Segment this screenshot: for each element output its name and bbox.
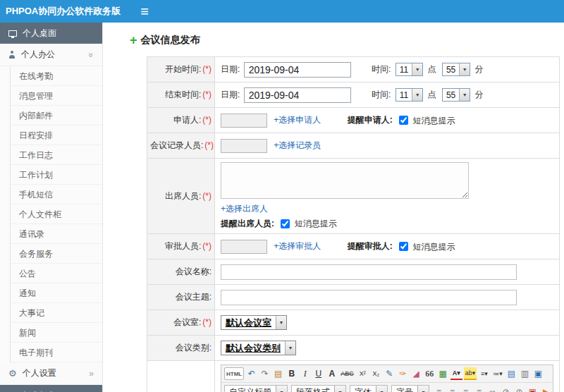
time-label: 时间:: [372, 90, 391, 99]
underline-icon[interactable]: U: [312, 367, 324, 380]
sidebar-item[interactable]: 电子期刊: [11, 343, 102, 362]
sidebar-item-desktop[interactable]: 个人桌面: [0, 23, 102, 44]
required-mark: (*): [202, 90, 212, 99]
field-value-cell: +选择出席人 提醒出席人员: 短消息提示: [215, 159, 560, 234]
editor-format-select[interactable]: 段落格式▼: [291, 385, 346, 392]
add-icon: +: [130, 34, 137, 47]
editor-format-select[interactable]: 自定义标题▼: [224, 385, 288, 392]
applicant-sms-checkbox[interactable]: [399, 116, 408, 125]
date-label: 日期:: [221, 90, 240, 99]
end-date-input[interactable]: [244, 87, 351, 103]
quote-icon[interactable]: 66: [424, 367, 436, 380]
attendees-textarea[interactable]: [221, 162, 469, 199]
brush-icon[interactable]: ✑: [397, 367, 409, 380]
sidebar-item[interactable]: 工作日志: [11, 145, 102, 165]
page-title: + 会议信息发布: [130, 34, 564, 47]
undo-icon[interactable]: ↶: [245, 367, 257, 380]
choose-attendee-link[interactable]: +选择出席人: [221, 204, 268, 214]
approver-sms-checkbox[interactable]: [399, 242, 408, 251]
end-hour-select[interactable]: 11▼: [396, 88, 423, 102]
paste-text-icon[interactable]: ▥: [519, 367, 531, 380]
editor-format-select[interactable]: 字号▼: [391, 385, 429, 392]
field-label: 审批人员:: [165, 241, 201, 251]
subscript-icon[interactable]: X₂: [370, 367, 382, 380]
end-minute-select[interactable]: 55▼: [442, 88, 470, 102]
insert-image-icon[interactable]: ▣: [532, 367, 544, 380]
choose-applicant-link[interactable]: +选择申请人: [274, 115, 321, 125]
minute-unit: 分: [475, 90, 484, 99]
sidebar-item[interactable]: 内部邮件: [11, 106, 102, 125]
eraser-icon[interactable]: ◢: [410, 367, 422, 380]
remind-attendee-label: 提醒出席人员:: [221, 219, 274, 228]
media-icon[interactable]: ▶: [540, 386, 552, 392]
sidebar-item[interactable]: 消息管理: [11, 86, 102, 106]
required-mark: (*): [202, 191, 212, 201]
recorder-input[interactable]: [221, 139, 267, 153]
approver-input[interactable]: [221, 240, 267, 254]
sidebar-item[interactable]: 日程安排: [11, 125, 102, 145]
dropdown-arrow-icon: ▼: [412, 89, 422, 101]
redo-icon[interactable]: ↷: [259, 367, 271, 380]
bg-color-icon[interactable]: ab▾: [464, 367, 477, 380]
sidebar-item[interactable]: 公告: [11, 264, 102, 283]
sidebar-item-settings[interactable]: ⚙ 个人设置 »: [0, 362, 102, 385]
start-minute-select[interactable]: 55▼: [442, 63, 470, 76]
dropdown-arrow-icon: ▼: [412, 63, 422, 75]
meeting-form: 开始时间:(*) 日期: 时间: 11▼ 点 55▼ 分 结束时间:(*): [147, 56, 560, 392]
field-label: 会议记录人员:: [150, 140, 203, 150]
paste-word-icon[interactable]: ▤: [505, 367, 517, 380]
sidebar-item[interactable]: 新闻: [11, 323, 102, 343]
sidebar-item-label: 个人桌面: [23, 27, 56, 39]
editor-format-select[interactable]: 字体▼: [350, 385, 388, 392]
template-icon[interactable]: ▦: [437, 367, 449, 380]
font-style-icon[interactable]: A: [326, 367, 338, 380]
anchor-icon[interactable]: ⊕: [513, 386, 525, 392]
sidebar-item[interactable]: 手机短信: [11, 185, 102, 204]
dropdown-arrow-icon: ▼: [276, 386, 287, 392]
italic-icon[interactable]: I: [299, 367, 311, 380]
sidebar-item-supervision[interactable]: ◎ 督查督办 »: [0, 385, 102, 392]
font-color-icon[interactable]: A▾: [450, 367, 462, 380]
applicant-input[interactable]: [221, 114, 267, 128]
sidebar-office-list: 在线考勤 消息管理 内部邮件 日程安排 工作日志 工作计划 手机短信 个人文件柜…: [10, 66, 102, 362]
align-center-icon[interactable]: ≡: [446, 386, 458, 392]
required-mark: (*): [204, 140, 214, 150]
align-justify-icon[interactable]: ≡: [473, 386, 485, 392]
superscript-icon[interactable]: X²: [357, 367, 369, 380]
pencil-icon[interactable]: ✎: [384, 367, 396, 380]
bold-icon[interactable]: B: [286, 367, 298, 380]
sidebar-item-label: 督查督办: [22, 390, 56, 392]
image-icon[interactable]: ▣: [527, 386, 539, 392]
start-date-input[interactable]: [244, 62, 351, 78]
strikethrough-icon[interactable]: ABC: [339, 367, 355, 380]
sidebar-item[interactable]: 大事记: [11, 303, 102, 323]
ordered-list-icon[interactable]: ≡▾: [478, 367, 490, 380]
html-source-icon[interactable]: HTML: [224, 367, 244, 380]
paste-icon[interactable]: ▤: [272, 367, 284, 380]
sidebar-item[interactable]: 通知: [11, 283, 102, 303]
sidebar-item[interactable]: 个人文件柜: [11, 204, 102, 224]
unordered-list-icon[interactable]: ≔▾: [491, 367, 504, 380]
meeting-name-input[interactable]: [221, 264, 517, 280]
hour-unit: 点: [428, 90, 436, 99]
meeting-subject-input[interactable]: [221, 290, 517, 305]
start-hour-select[interactable]: 11▼: [396, 63, 423, 76]
choose-recorder-link[interactable]: +选择记录员: [274, 140, 321, 150]
field-label: 会议类别:: [176, 343, 212, 353]
sidebar-item-office[interactable]: 个人办公 »: [0, 44, 102, 66]
sidebar-item[interactable]: 会务服务: [11, 244, 102, 264]
sidebar-item[interactable]: 工作计划: [11, 165, 102, 185]
meeting-room-select[interactable]: 默认会议室▼: [221, 315, 287, 330]
field-label: 出席人员:: [165, 191, 201, 201]
attendee-sms-checkbox[interactable]: [281, 219, 290, 228]
align-right-icon[interactable]: ≡: [460, 386, 472, 392]
link-icon[interactable]: ∞: [486, 386, 498, 392]
menu-icon[interactable]: ≡: [140, 4, 149, 18]
unlink-icon[interactable]: ⊘: [500, 386, 512, 392]
field-value-cell: 默认会议类别▼: [215, 336, 560, 361]
meeting-category-select[interactable]: 默认会议类别▼: [221, 341, 296, 355]
choose-approver-link[interactable]: +选择审批人: [274, 241, 321, 251]
align-left-icon[interactable]: ≡: [433, 386, 445, 392]
sidebar-item[interactable]: 在线考勤: [11, 66, 102, 86]
sidebar-item[interactable]: 通讯录: [11, 224, 102, 244]
